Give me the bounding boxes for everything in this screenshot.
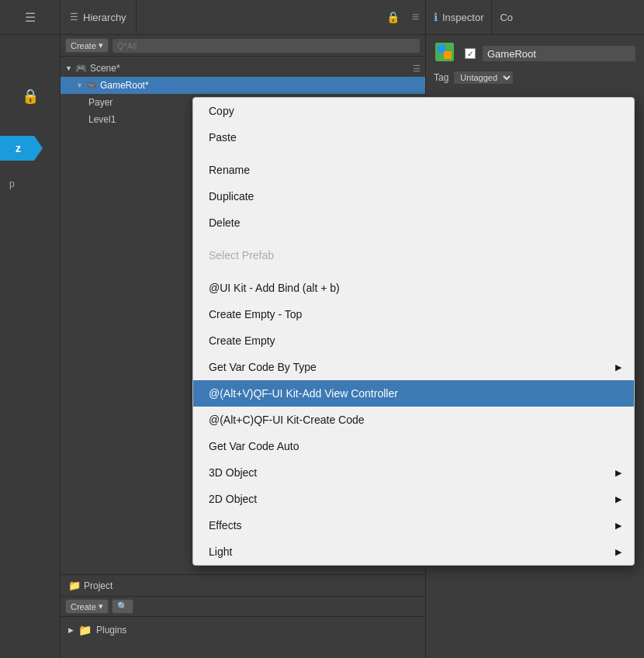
menu-item-select-prefab: Select Prefab xyxy=(193,242,634,268)
hierarchy-tab-bar: ☰ Hierarchy 🔒 ≡ xyxy=(61,0,425,35)
hierarchy-menu-icon[interactable]: ≡ xyxy=(406,0,425,34)
project-toolbar: Create ▾ 🔍 xyxy=(61,597,425,617)
menu-item-effects[interactable]: Effects▶ xyxy=(193,512,634,539)
menu-item-ui-kit-add-bind[interactable]: @UI Kit - Add Bind (alt + b) xyxy=(193,275,634,301)
scene-label: Scene* xyxy=(90,63,120,74)
project-tab[interactable]: 📁 Project xyxy=(61,575,120,596)
menu-item-arrow-2d-object: ▶ xyxy=(615,494,621,504)
menu-item-rename[interactable]: Rename xyxy=(193,157,634,183)
menu-item-2d-object[interactable]: 2D Object▶ xyxy=(193,486,634,512)
folder-icon: 📁 xyxy=(78,624,92,636)
hierarchy-search-input[interactable] xyxy=(112,38,421,54)
scene-menu-icon[interactable]: ☰ xyxy=(413,64,421,74)
scene-header-right: ☰ xyxy=(413,64,421,74)
game-object-name-field[interactable] xyxy=(482,45,636,62)
z-badge: z xyxy=(0,136,43,161)
menu-item-arrow-get-var-code-by-type: ▶ xyxy=(615,362,621,372)
project-panel: 📁 Project Create ▾ 🔍 ▶ 📁 Plugins xyxy=(61,574,425,658)
menu-separator-0 xyxy=(193,151,634,157)
tag-label: Tag xyxy=(434,72,448,83)
hierarchy-tab-icon: ☰ xyxy=(70,12,78,23)
menu-item-light[interactable]: Light▶ xyxy=(193,539,634,565)
menu-item-delete[interactable]: Delete xyxy=(193,210,634,236)
tree-item-label-level1: Level1 xyxy=(88,114,116,125)
project-tab-bar: 📁 Project xyxy=(61,575,425,597)
inspector-body: ✓ Tag Untagged xyxy=(426,35,644,91)
scene-header: ▼ 🎮 Scene* ☰ xyxy=(61,60,425,77)
tree-item-icon: 🎮 xyxy=(86,81,97,91)
hierarchy-lock-icon[interactable]: 🔒 xyxy=(380,0,406,34)
menu-item-arrow-light: ▶ xyxy=(615,547,621,557)
hierarchy-tab-label: Hierarchy xyxy=(83,12,126,23)
project-folder-item[interactable]: ▶ 📁 Plugins xyxy=(68,622,417,639)
unity-scene-icon: 🎮 xyxy=(75,63,87,74)
menu-item-create-code[interactable]: @(Alt+C)QF-UI Kit-Create Code xyxy=(193,407,634,433)
menu-item-duplicate[interactable]: Duplicate xyxy=(193,183,634,210)
menu-item-copy[interactable]: Copy xyxy=(193,98,634,124)
left-toolbar-top: ☰ xyxy=(0,0,60,35)
menu-item-add-view-controller[interactable]: @(Alt+V)QF-UI Kit-Add View Controller xyxy=(193,380,634,407)
project-tab-label: Project xyxy=(84,580,113,591)
menu-item-3d-object[interactable]: 3D Object▶ xyxy=(193,459,634,486)
menu-item-arrow-3d-object: ▶ xyxy=(615,468,621,478)
context-menu: CopyPasteRenameDuplicateDeleteSelect Pre… xyxy=(192,97,635,566)
inspector-tab-partial[interactable]: Co xyxy=(491,0,521,34)
inspector-tab-partial-label: Co xyxy=(500,12,513,23)
project-folder-icon: 📁 xyxy=(68,580,81,591)
hierarchy-toolbar: Create ▾ xyxy=(61,35,425,57)
menu-separator-2 xyxy=(193,268,634,275)
menu-item-get-var-code-by-type[interactable]: Get Var Code By Type▶ xyxy=(193,354,634,380)
inspector-tab-label: Inspector xyxy=(442,12,483,23)
tag-dropdown[interactable]: Untagged xyxy=(453,71,514,85)
menu-item-arrow-effects: ▶ xyxy=(615,521,621,531)
tag-row: Tag Untagged xyxy=(434,71,636,85)
hamburger-icon[interactable]: ☰ xyxy=(25,10,36,25)
hierarchy-create-button[interactable]: Create ▾ xyxy=(65,38,109,53)
game-object-icon xyxy=(434,41,459,66)
folder-expand-arrow: ▶ xyxy=(68,626,74,634)
menu-item-paste[interactable]: Paste xyxy=(193,124,634,151)
project-search-button[interactable]: 🔍 xyxy=(112,599,133,614)
folder-label: Plugins xyxy=(96,625,126,635)
svg-rect-2 xyxy=(444,51,452,59)
menu-item-create-empty[interactable]: Create Empty xyxy=(193,327,634,354)
scene-arrow: ▼ xyxy=(65,64,72,72)
menu-item-create-empty-top[interactable]: Create Empty - Top xyxy=(193,301,634,327)
tree-item-label: GameRoot* xyxy=(100,80,149,91)
tree-item-arrow: ▼ xyxy=(76,81,83,89)
inspector-name-row: ✓ xyxy=(434,41,636,66)
inspector-tab[interactable]: ℹ Inspector xyxy=(426,0,491,34)
tree-item-gameroot[interactable]: ▼ 🎮 GameRoot* xyxy=(61,77,425,94)
game-object-checkbox[interactable]: ✓ xyxy=(465,48,476,59)
tree-item-label-payer: Payer xyxy=(88,97,113,108)
project-create-button[interactable]: Create ▾ xyxy=(65,599,109,614)
project-search-icon: 🔍 xyxy=(117,601,128,611)
menu-separator-1 xyxy=(193,236,634,242)
p-label: p xyxy=(9,178,15,189)
lock-icon: 🔒 xyxy=(22,88,39,105)
inspector-tab-bar: ℹ Inspector Co xyxy=(426,0,644,35)
hierarchy-tab[interactable]: ☰ Hierarchy xyxy=(61,0,137,34)
left-toolbar: ☰ 🔒 z p xyxy=(0,0,61,658)
menu-item-get-var-code-auto[interactable]: Get Var Code Auto xyxy=(193,433,634,459)
left-toolbar-body: 🔒 xyxy=(0,35,60,105)
project-body: ▶ 📁 Plugins xyxy=(61,617,425,643)
inspector-info-icon: ℹ xyxy=(434,11,438,23)
